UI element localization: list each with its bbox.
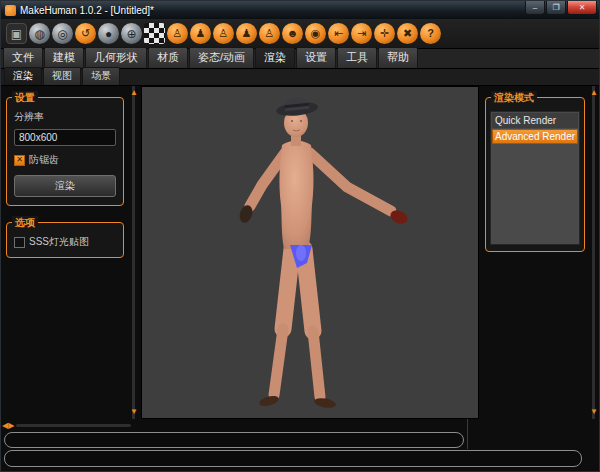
viewport-wrap: [139, 86, 481, 419]
bottom-bar: ◀ ▶: [1, 419, 599, 471]
resolution-label: 分辨率: [14, 110, 116, 124]
sss-label: SSS灯光贴图: [29, 235, 89, 249]
tab-tools[interactable]: 工具: [337, 47, 377, 68]
subtab-scene[interactable]: 场景: [82, 67, 120, 85]
scroll-down-icon[interactable]: ▼: [130, 408, 138, 416]
list-item-advanced-render[interactable]: Advanced Render: [492, 129, 578, 144]
mesh-sphere-icon[interactable]: ◍: [29, 23, 50, 44]
scroll-up-icon[interactable]: ▲: [590, 89, 598, 97]
scrollbar-track[interactable]: [16, 424, 131, 427]
camera-icon[interactable]: ◉: [305, 23, 326, 44]
options-group-title: 选项: [12, 216, 38, 230]
render-mode-group: 渲染模式 Quick Render Advanced Render: [485, 97, 585, 252]
tab-geometries[interactable]: 几何形状: [85, 47, 147, 68]
left-panel: 设置 分辨率 ✕ 防锯齿 渲染 选项 SSS灯光贴图: [1, 86, 129, 419]
face-view-icon[interactable]: ☻: [282, 23, 303, 44]
bottom-view-icon[interactable]: ♙: [259, 23, 280, 44]
antialias-checkbox-row[interactable]: ✕ 防锯齿: [14, 153, 116, 167]
options-group: 选项 SSS灯光贴图: [6, 222, 124, 258]
tab-render[interactable]: 渲染: [255, 47, 295, 68]
tab-file[interactable]: 文件: [3, 47, 43, 68]
window-controls: – ❐ ✕: [524, 1, 597, 15]
main-area: 设置 分辨率 ✕ 防锯齿 渲染 选项 SSS灯光贴图: [1, 86, 599, 471]
front-view-icon[interactable]: ♙: [167, 23, 188, 44]
progress-bar: [4, 432, 464, 448]
maximize-button[interactable]: ❐: [546, 1, 566, 15]
list-item-quick-render[interactable]: Quick Render: [492, 113, 578, 128]
makehuman-logo-icon: [5, 5, 16, 16]
tab-pose-animate[interactable]: 姿态/动画: [189, 47, 254, 68]
settings-group-title: 设置: [12, 91, 38, 105]
render-mode-group-title: 渲染模式: [491, 91, 537, 105]
tab-modelling[interactable]: 建模: [44, 47, 84, 68]
symmetry-left-icon[interactable]: ⇤: [328, 23, 349, 44]
sss-checkbox-row[interactable]: SSS灯光贴图: [14, 235, 116, 249]
subtab-render[interactable]: 渲染: [4, 67, 42, 85]
human-model[interactable]: [145, 87, 475, 418]
globe-icon[interactable]: ⊕: [121, 23, 142, 44]
scroll-down-icon[interactable]: ▼: [590, 408, 598, 416]
antialias-label: 防锯齿: [29, 153, 59, 167]
right-panel: 渲染模式 Quick Render Advanced Render: [481, 86, 589, 419]
pose-reset-icon[interactable]: ✖: [397, 23, 418, 44]
antialias-checkbox-checked-icon[interactable]: ✕: [14, 155, 25, 166]
subtab-view[interactable]: 视图: [43, 67, 81, 85]
background-checker-icon[interactable]: ▚: [144, 23, 165, 44]
undo-icon[interactable]: ↺: [75, 23, 96, 44]
right-panel-scrollbar[interactable]: ▲ ▼: [589, 86, 599, 419]
viewport-3d[interactable]: [141, 86, 479, 419]
symmetry-right-icon[interactable]: ⇥: [351, 23, 372, 44]
scroll-right-icon[interactable]: ▶: [8, 422, 14, 430]
back-view-icon[interactable]: ♙: [213, 23, 234, 44]
horizontal-scrollbar[interactable]: ◀ ▶: [1, 421, 132, 430]
model-hat: [275, 95, 319, 117]
makehuman-window: MakeHuman 1.0.2 - [Untitled]* – ❐ ✕ ▣ ◍ …: [0, 0, 600, 472]
tab-help[interactable]: 帮助: [378, 47, 418, 68]
titlebar: MakeHuman 1.0.2 - [Untitled]* – ❐ ✕: [1, 1, 599, 19]
viewport-monitor-icon[interactable]: ▣: [6, 23, 27, 44]
model-left-calf: [274, 329, 283, 395]
minimize-button[interactable]: –: [525, 1, 545, 15]
scroll-up-icon[interactable]: ▲: [130, 89, 138, 97]
top-view-icon[interactable]: ♟: [236, 23, 257, 44]
resolution-input[interactable]: [14, 129, 116, 146]
tab-materials[interactable]: 材质: [148, 47, 188, 68]
left-panel-scrollbar[interactable]: ▲ ▼: [129, 86, 139, 419]
model-torso: [279, 141, 313, 250]
render-button[interactable]: 渲染: [14, 175, 116, 197]
sss-checkbox-unchecked-icon[interactable]: [14, 237, 25, 248]
main-tab-bar: 文件 建模 几何形状 材质 姿态/动画 渲染 设置 工具 帮助: [1, 49, 599, 69]
side-view-icon[interactable]: ♟: [190, 23, 211, 44]
skeleton-icon[interactable]: ✛: [374, 23, 395, 44]
model-right-arm: [310, 153, 391, 211]
sub-tab-bar: 渲染 视图 场景: [1, 69, 599, 86]
bottom-divider: [467, 419, 468, 449]
model-right-calf: [313, 331, 320, 397]
smooth-sphere-icon[interactable]: ●: [98, 23, 119, 44]
close-button[interactable]: ✕: [567, 1, 597, 15]
window-title: MakeHuman 1.0.2 - [Untitled]*: [20, 5, 154, 16]
help-icon[interactable]: ?: [420, 23, 441, 44]
toolbar: ▣ ◍ ◎ ↺ ● ⊕ ▚ ♙ ♟ ♙ ♟ ♙ ☻ ◉ ⇤ ⇥ ✛ ✖ ?: [1, 19, 599, 49]
settings-group: 设置 分辨率 ✕ 防锯齿 渲染: [6, 97, 124, 206]
tab-settings[interactable]: 设置: [296, 47, 336, 68]
status-bar: [4, 450, 582, 467]
model-left-thigh: [283, 249, 292, 329]
wireframe-sphere-icon[interactable]: ◎: [52, 23, 73, 44]
render-mode-list: Quick Render Advanced Render: [490, 111, 580, 245]
